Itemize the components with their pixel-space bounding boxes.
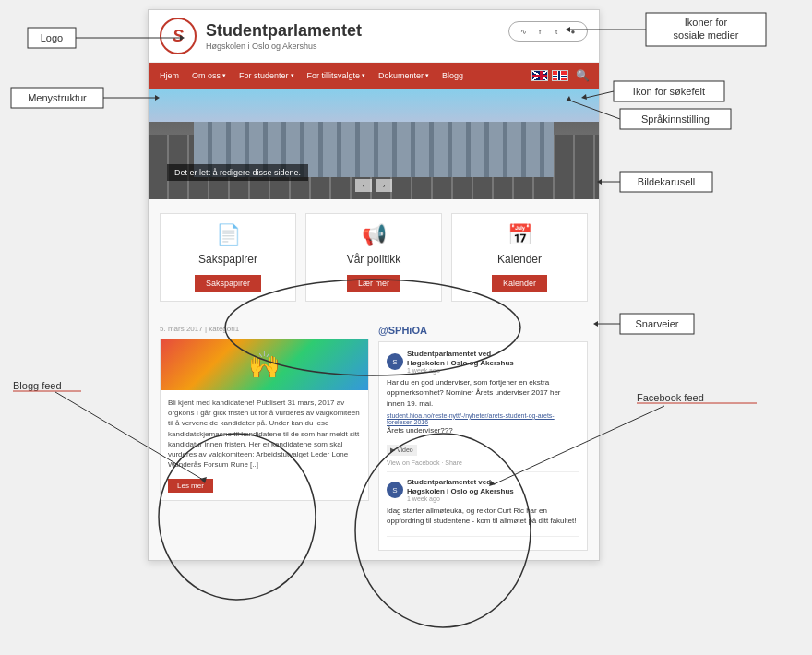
hero-caption: Det er lett å redigere disse sidene.: [167, 164, 308, 181]
hero-section: Det er lett å redigere disse sidene. ‹ ›: [149, 89, 599, 199]
shortcut-sakspapirer: 📄 Sakspapirer Sakspapirer: [160, 213, 296, 302]
fb-post-1-meta: Studentparlamentet vedHøgskolen i Oslo o…: [407, 350, 579, 374]
hero-prev-arrow[interactable]: ‹: [355, 179, 372, 192]
logo-letter: S: [173, 27, 184, 46]
hero-arrows: ‹ ›: [355, 179, 392, 192]
nav-for-studenter[interactable]: For studenter ▾: [233, 67, 300, 84]
svg-rect-17: [620, 109, 731, 129]
svg-rect-4: [646, 13, 766, 46]
fb-post-2-time: 1 week ago: [407, 495, 579, 502]
instagram-icon[interactable]: ●: [567, 25, 579, 38]
svg-text:Ikon for søkefelt: Ikon for søkefelt: [633, 86, 705, 97]
blog-feed-col: 5. mars 2017 | kategori1 Bli kjent med k…: [160, 325, 369, 551]
svg-text:Ikoner for: Ikoner for: [685, 17, 728, 28]
sakspapirer-title: Sakspapirer: [168, 253, 288, 266]
fb-post-1-time: 1 week ago: [407, 367, 579, 374]
content-section: 5. mars 2017 | kategori1 Bli kjent med k…: [149, 316, 599, 560]
website-mockup: S Studentparlamentet Høgskolen i Oslo og…: [148, 9, 600, 561]
fb-post-2-meta: Studentparlamentet vedHøgskolen i Oslo o…: [407, 478, 579, 502]
shortcuts-section: 📄 Sakspapirer Sakspapirer 📢 Vår politikk…: [149, 199, 599, 316]
fb-post-2-text: Idag starter allmøteuka, og rektor Curt …: [387, 506, 579, 526]
nav-tillitsvalgte[interactable]: For tillitsvalgte ▾: [302, 67, 372, 84]
nav-flags: 🔍: [531, 66, 593, 86]
logo-circle: S: [160, 18, 197, 54]
site-header: S Studentparlamentet Høgskolen i Oslo og…: [149, 10, 599, 63]
header-social-icons: ∿ f t ●: [508, 21, 588, 42]
hero-next-arrow[interactable]: ›: [376, 179, 392, 192]
blog-read-more-button[interactable]: Les mer: [168, 479, 213, 493]
fb-post-1: S Studentparlamentet vedHøgskolen i Oslo…: [387, 350, 579, 472]
nav-om-oss[interactable]: Om oss ▾: [186, 67, 232, 84]
politikk-title: Vår politikk: [314, 253, 434, 266]
svg-rect-25: [620, 314, 694, 334]
fb-post-1-link[interactable]: student.hioa.no/reste-nytt/-/nyheter/are…: [387, 412, 579, 425]
svg-text:Bildekarusell: Bildekarusell: [638, 176, 695, 187]
site-nav: Hjem Om oss ▾ For studenter ▾ For tillit…: [149, 63, 599, 89]
blog-post: Bli kjent med kandidatene! Publisert 31 …: [160, 339, 369, 501]
sakspapirer-icon: 📄: [168, 223, 288, 247]
fb-post-1-name: Studentparlamentet vedHøgskolen i Oslo o…: [407, 350, 579, 367]
svg-text:Språkinnstilling: Språkinnstilling: [641, 113, 710, 125]
laer-mer-button[interactable]: Lær mer: [347, 275, 400, 292]
kalender-title: Kalender: [460, 253, 579, 266]
nav-dokumenter[interactable]: Dokumenter ▾: [373, 67, 435, 84]
fb-post-2: S Studentparlamentet vedHøgskolen i Oslo…: [387, 478, 579, 537]
svg-rect-13: [614, 81, 724, 101]
svg-rect-0: [28, 28, 76, 48]
facebook-feed-col: @SPHiOA S Studentparlamentet vedHøgskole…: [378, 325, 588, 551]
fb-post-2-name: Studentparlamentet vedHøgskolen i Oslo o…: [407, 478, 579, 495]
site-subtitle: Høgskolen i Oslo og Akershus: [206, 42, 362, 51]
fb-view-actions[interactable]: View on Facebook · Share: [387, 459, 579, 466]
blog-post-image: [161, 339, 368, 390]
svg-text:Blogg feed: Blogg feed: [13, 380, 62, 391]
svg-text:Menystruktur: Menystruktur: [28, 92, 87, 103]
svg-text:sosiale medier: sosiale medier: [674, 30, 739, 41]
blog-post-text: Bli kjent med kandidatene! Publisert 31 …: [168, 398, 361, 470]
svg-rect-9: [11, 88, 103, 108]
facebook-widget: S Studentparlamentet vedHøgskolen i Oslo…: [378, 341, 588, 551]
fb-post-1-header: S Studentparlamentet vedHøgskolen i Oslo…: [387, 350, 579, 374]
kalender-icon: 📅: [460, 223, 579, 247]
kalender-button[interactable]: Kalender: [492, 275, 547, 292]
shortcut-kalender: 📅 Kalender Kalender: [451, 213, 588, 302]
facebook-icon[interactable]: f: [533, 25, 546, 38]
site-title-block: Studentparlamentet Høgskolen i Oslo og A…: [206, 21, 362, 51]
svg-text:Snarveier: Snarveier: [635, 318, 678, 329]
sakspapirer-button[interactable]: Sakspapirer: [195, 275, 261, 292]
fb-post-2-header: S Studentparlamentet vedHøgskolen i Oslo…: [387, 478, 579, 502]
svg-text:Facebook feed: Facebook feed: [637, 392, 704, 403]
svg-rect-21: [620, 172, 712, 192]
nav-hjem[interactable]: Hjem: [154, 67, 185, 84]
site-title: Studentparlamentet: [206, 21, 362, 42]
svg-text:Logo: Logo: [41, 32, 63, 43]
shortcut-politikk: 📢 Vår politikk Lær mer: [305, 213, 442, 302]
fb-video-badge: ▶ Video: [387, 445, 417, 456]
blog-date: 5. mars 2017 | kategori1: [160, 325, 369, 333]
search-icon[interactable]: 🔍: [572, 66, 593, 86]
no-flag[interactable]: [552, 70, 568, 81]
fb-post-1-text: Har du en god underviser, som fortjener …: [387, 377, 579, 409]
fb-avatar-1: S: [387, 353, 403, 370]
uk-flag[interactable]: [531, 70, 548, 81]
fb-question: Årets underviser???: [387, 425, 579, 435]
twitter-icon[interactable]: t: [550, 25, 563, 38]
blog-post-body: Bli kjent med kandidatene! Publisert 31 …: [161, 390, 368, 500]
fb-avatar-2: S: [387, 482, 403, 498]
rss-icon[interactable]: ∿: [517, 25, 530, 38]
nav-blogg[interactable]: Blogg: [436, 67, 469, 84]
fb-handle: @SPHiOA: [378, 325, 588, 336]
page-wrapper: S Studentparlamentet Høgskolen i Oslo og…: [0, 0, 812, 655]
politikk-icon: 📢: [314, 223, 434, 247]
